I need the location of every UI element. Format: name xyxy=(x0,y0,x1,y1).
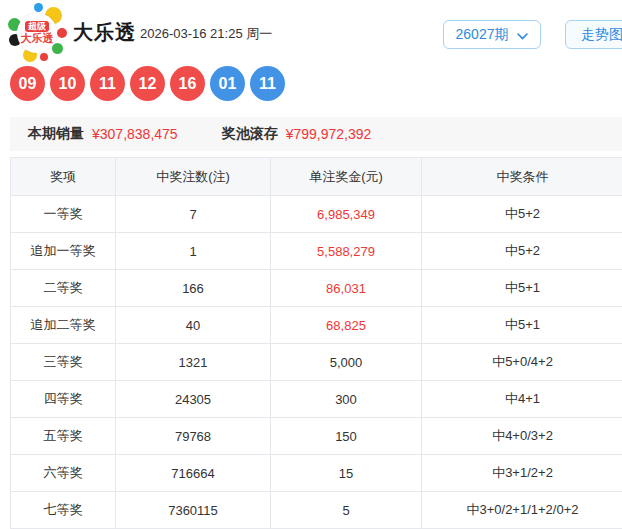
prize-table-row: 六等奖 716664 15 中3+1/2+2 xyxy=(11,455,622,492)
column-header-condition: 中奖条件 xyxy=(422,158,622,195)
drawn-numbers: 09 10 11 12 16 01 11 xyxy=(10,66,285,101)
prize-table-row: 二等奖 166 86,031 中5+1 xyxy=(11,270,622,307)
page-title: 大乐透 xyxy=(73,19,136,46)
prize-table-row: 四等奖 24305 300 中4+1 xyxy=(11,381,622,418)
winner-count-cell: 716664 xyxy=(116,455,271,491)
prize-amount-cell: 5 xyxy=(271,492,422,528)
winner-count-cell: 166 xyxy=(116,270,271,306)
win-condition-cell: 中4+1 xyxy=(422,381,622,417)
prize-name-cell: 追加一等奖 xyxy=(11,233,116,269)
logo-dot xyxy=(40,53,48,61)
win-condition-cell: 中5+2 xyxy=(422,233,622,269)
winner-count-cell: 1 xyxy=(116,233,271,269)
win-condition-cell: 中3+0/2+1/1+2/0+2 xyxy=(422,492,622,528)
logo-dot xyxy=(52,43,63,54)
column-header-prize: 奖项 xyxy=(11,158,116,195)
prize-table-row: 七等奖 7360115 5 中3+0/2+1/1+2/0+2 xyxy=(11,492,622,529)
prize-amount-cell: 150 xyxy=(271,418,422,454)
lottery-result-page: 超级 大乐透 大乐透 2026-03-16 21:25 周一 26027期 走势… xyxy=(0,0,622,529)
prize-table-row: 追加一等奖 1 5,588,279 中5+2 xyxy=(11,233,622,270)
win-condition-cell: 中3+1/2+2 xyxy=(422,455,622,491)
sales-label: 本期销量 xyxy=(28,125,84,143)
front-ball: 10 xyxy=(50,66,85,101)
logo-badge: 超级 大乐透 xyxy=(17,13,57,53)
trend-chart-button-label: 走势图 xyxy=(581,26,622,44)
prize-table-header-row: 奖项 中奖注数(注) 单注奖金(元) 中奖条件 xyxy=(11,158,622,196)
win-condition-cell: 中5+1 xyxy=(422,307,622,343)
trend-chart-button[interactable]: 走势图 xyxy=(565,20,622,49)
super-lotto-logo: 超级 大乐透 xyxy=(8,3,66,61)
logo-text-top: 超级 xyxy=(25,21,49,32)
logo-text-bottom: 大乐透 xyxy=(21,32,54,45)
win-condition-cell: 中5+1 xyxy=(422,270,622,306)
prize-amount-cell: 86,031 xyxy=(271,270,422,306)
prize-amount-cell: 15 xyxy=(271,455,422,491)
back-ball: 01 xyxy=(210,66,245,101)
prize-amount-cell: 5,000 xyxy=(271,344,422,380)
winner-count-cell: 40 xyxy=(116,307,271,343)
win-condition-cell: 中5+2 xyxy=(422,196,622,232)
prize-name-cell: 一等奖 xyxy=(11,196,116,232)
back-ball: 11 xyxy=(250,66,285,101)
logo-dot xyxy=(57,28,67,38)
winner-count-cell: 7360115 xyxy=(116,492,271,528)
draw-datetime: 2026-03-16 21:25 周一 xyxy=(140,25,272,43)
pool-label: 奖池滚存 xyxy=(222,125,278,143)
front-ball: 11 xyxy=(90,66,125,101)
winner-count-cell: 79768 xyxy=(116,418,271,454)
prize-name-cell: 五等奖 xyxy=(11,418,116,454)
front-ball: 12 xyxy=(130,66,165,101)
issue-selector-value: 26027期 xyxy=(456,26,509,44)
prize-name-cell: 六等奖 xyxy=(11,455,116,491)
prize-name-cell: 四等奖 xyxy=(11,381,116,417)
prize-name-cell: 二等奖 xyxy=(11,270,116,306)
win-condition-cell: 中4+0/3+2 xyxy=(422,418,622,454)
issue-selector[interactable]: 26027期 xyxy=(443,20,541,49)
sales-info-bar: 本期销量 ¥307,838,475 奖池滚存 ¥799,972,392 xyxy=(10,117,622,151)
prize-amount-cell: 300 xyxy=(271,381,422,417)
winner-count-cell: 1321 xyxy=(116,344,271,380)
prize-table-row: 五等奖 79768 150 中4+0/3+2 xyxy=(11,418,622,455)
winner-count-cell: 24305 xyxy=(116,381,271,417)
sales-amount: ¥307,838,475 xyxy=(92,126,178,142)
prize-table: 奖项 中奖注数(注) 单注奖金(元) 中奖条件 一等奖 7 6,985,349 … xyxy=(10,157,622,529)
prize-name-cell: 三等奖 xyxy=(11,344,116,380)
winner-count-cell: 7 xyxy=(116,196,271,232)
pool-amount: ¥799,972,392 xyxy=(286,126,372,142)
win-condition-cell: 中5+0/4+2 xyxy=(422,344,622,380)
prize-amount-cell: 5,588,279 xyxy=(271,233,422,269)
column-header-amount: 单注奖金(元) xyxy=(271,158,422,195)
column-header-count: 中奖注数(注) xyxy=(116,158,271,195)
prize-name-cell: 追加二等奖 xyxy=(11,307,116,343)
front-ball: 16 xyxy=(170,66,205,101)
prize-table-row: 三等奖 1321 5,000 中5+0/4+2 xyxy=(11,344,622,381)
prize-amount-cell: 68,825 xyxy=(271,307,422,343)
logo-dot xyxy=(34,3,43,12)
front-ball: 09 xyxy=(10,66,45,101)
prize-name-cell: 七等奖 xyxy=(11,492,116,528)
chevron-down-icon xyxy=(517,27,528,43)
prize-table-row: 一等奖 7 6,985,349 中5+2 xyxy=(11,196,622,233)
prize-table-row: 追加二等奖 40 68,825 中5+1 xyxy=(11,307,622,344)
prize-amount-cell: 6,985,349 xyxy=(271,196,422,232)
